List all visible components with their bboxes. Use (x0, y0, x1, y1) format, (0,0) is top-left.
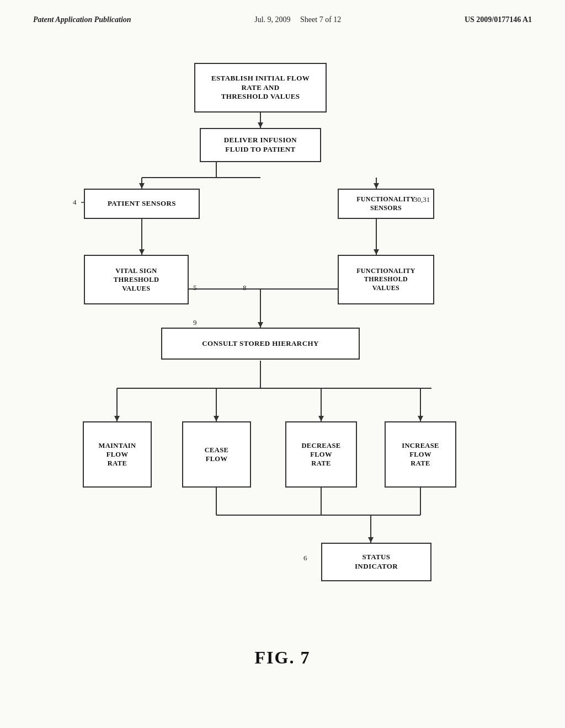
functionality-sensors-label: FUNCTIONALITY SENSORS (356, 195, 415, 212)
increase-label: INCREASE FLOW RATE (402, 441, 439, 468)
functionality-threshold-label: FUNCTIONALITY THRESHOLD VALUES (356, 267, 415, 293)
decrease-box: DECREASE FLOW RATE (285, 421, 357, 488)
consult-label: CONSULT STORED HIERARCHY (202, 339, 318, 349)
diagram-area: ESTABLISH INITIAL FLOW RATE AND THRESHOL… (45, 46, 520, 642)
svg-marker-11 (374, 249, 379, 255)
page: Patent Application Publication Jul. 9, 2… (0, 0, 565, 728)
svg-marker-25 (418, 416, 423, 421)
status-indicator-box: STATUS INDICATOR (321, 543, 431, 581)
date-label: Jul. 9, 2009 (254, 15, 290, 24)
maintain-label: MAINTAIN FLOW RATE (98, 441, 136, 468)
fig-caption-text: FIG. 7 (255, 647, 311, 667)
consult-box: CONSULT STORED HIERARCHY (161, 328, 360, 360)
svg-marker-1 (258, 122, 263, 128)
header-right: US 2009/0177146 A1 (465, 15, 532, 24)
publication-label: Patent Application Publication (33, 15, 131, 24)
svg-marker-31 (368, 537, 374, 543)
cease-box: CEASE FLOW (182, 421, 251, 488)
svg-marker-9 (139, 249, 145, 255)
header-left: Patent Application Publication (33, 15, 131, 24)
sheet-label: Sheet 7 of 12 (300, 15, 341, 24)
decrease-label: DECREASE FLOW RATE (301, 441, 340, 468)
maintain-box: MAINTAIN FLOW RATE (83, 421, 152, 488)
cease-label: CEASE FLOW (205, 446, 229, 464)
status-indicator-label: STATUS INDICATOR (355, 553, 398, 571)
label-8: 8 (243, 283, 247, 292)
patent-number-label: US 2009/0177146 A1 (465, 15, 532, 24)
deliver-box: DELIVER INFUSION FLUID TO PATIENT (200, 128, 321, 162)
svg-marker-21 (214, 416, 219, 421)
label-3031: 30,31 (414, 195, 430, 204)
establish-box: ESTABLISH INITIAL FLOW RATE AND THRESHOL… (194, 63, 327, 113)
label-6: 6 (303, 554, 307, 563)
vital-sign-box: VITAL SIGN THRESHOLD VALUES (84, 255, 189, 304)
header-center: Jul. 9, 2009 Sheet 7 of 12 (254, 15, 341, 24)
header: Patent Application Publication Jul. 9, 2… (0, 0, 565, 30)
increase-box: INCREASE FLOW RATE (385, 421, 456, 488)
svg-marker-15 (258, 322, 263, 328)
label-4: 4 (73, 198, 77, 207)
functionality-threshold-box: FUNCTIONALITY THRESHOLD VALUES (338, 255, 434, 304)
patient-sensors-label: PATIENT SENSORS (108, 199, 176, 208)
svg-marker-19 (114, 416, 120, 421)
svg-marker-7 (374, 183, 379, 189)
svg-marker-5 (139, 183, 145, 189)
deliver-label: DELIVER INFUSION FLUID TO PATIENT (224, 136, 297, 154)
establish-label: ESTABLISH INITIAL FLOW RATE AND THRESHOL… (211, 74, 310, 102)
label-9: 9 (193, 318, 197, 327)
svg-marker-23 (318, 416, 324, 421)
figure-caption: FIG. 7 (0, 647, 565, 668)
patient-sensors-box: PATIENT SENSORS (84, 189, 200, 219)
label-5: 5 (193, 283, 197, 292)
vital-sign-label: VITAL SIGN THRESHOLD VALUES (114, 266, 159, 293)
